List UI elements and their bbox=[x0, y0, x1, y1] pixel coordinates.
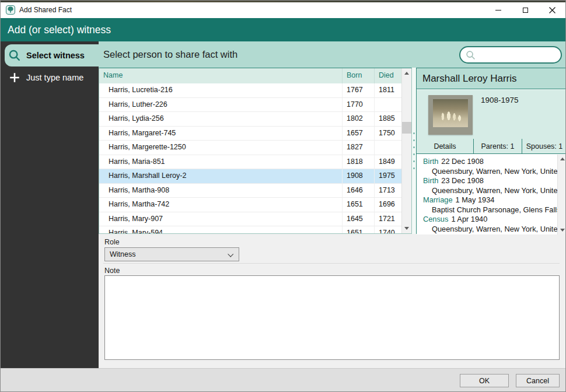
cell-born: 1651 bbox=[343, 198, 375, 212]
cell-born: 1767 bbox=[343, 83, 375, 97]
cell-born: 1908 bbox=[343, 169, 375, 183]
fact-item[interactable]: Birth22 Dec 1908 Queensbury, Warren, New… bbox=[423, 157, 556, 176]
table-row[interactable]: Harris, Luther-226 1770 bbox=[99, 98, 401, 113]
footer-bar: OK Cancel bbox=[1, 368, 565, 392]
table-row[interactable]: Harris, Mary-907 1645 1721 bbox=[99, 212, 401, 227]
table-row[interactable]: Harris, Lucretia-216 1767 1811 bbox=[99, 83, 401, 98]
sidebar-item-select-witness[interactable]: Select witness bbox=[5, 44, 99, 66]
table-row[interactable]: Harris, Margerette-1250 1827 bbox=[99, 141, 401, 155]
close-button[interactable] bbox=[539, 2, 565, 18]
fact-type: Birth bbox=[423, 157, 438, 166]
facts-scrollbar[interactable] bbox=[557, 155, 566, 235]
maximize-button[interactable] bbox=[512, 2, 539, 18]
table-row-selected[interactable]: Harris, Marshall Leroy-2 1908 1975 bbox=[99, 169, 401, 184]
sidebar-item-label: Select witness bbox=[26, 51, 85, 60]
fact-item[interactable]: Marriage1 May 1934 Baptist Church Parson… bbox=[423, 195, 556, 215]
table-row[interactable]: Harris, Martha-908 1646 1713 bbox=[99, 184, 401, 198]
cell-name: Harris, Maria-851 bbox=[99, 155, 343, 169]
table-row[interactable]: Harris, Mary-594 1651 1740 bbox=[99, 226, 401, 233]
sidebar-item-label: Just type name bbox=[26, 73, 83, 82]
cell-died: 1975 bbox=[375, 169, 401, 183]
column-header-died[interactable]: Died bbox=[375, 68, 401, 83]
role-value: Witness bbox=[110, 250, 135, 258]
table-scrollbar[interactable] bbox=[401, 68, 411, 233]
cell-born: 1657 bbox=[343, 127, 375, 141]
column-header-name[interactable]: Name bbox=[99, 68, 343, 83]
chevron-down-icon bbox=[228, 251, 233, 257]
table-row[interactable]: Harris, Martha-742 1651 1696 bbox=[99, 198, 401, 212]
ok-button[interactable]: OK bbox=[460, 374, 509, 387]
tab-parents[interactable]: Parents: 1 bbox=[473, 139, 522, 153]
person-tabs: Details Parents: 1 Spouses: 1 bbox=[417, 139, 566, 153]
table-row[interactable]: Harris, Lydia-256 1802 1885 bbox=[99, 112, 401, 127]
cancel-button[interactable]: Cancel bbox=[516, 374, 560, 387]
cell-born: 1802 bbox=[343, 112, 375, 126]
panel-splitter[interactable] bbox=[412, 68, 416, 234]
cell-name: Harris, Marshall Leroy-2 bbox=[99, 169, 343, 183]
tree-logo-icon bbox=[6, 5, 15, 15]
fact-type: Census bbox=[423, 215, 448, 223]
tab-details[interactable]: Details bbox=[417, 139, 473, 153]
minimize-button[interactable] bbox=[485, 2, 512, 18]
search-icon bbox=[8, 49, 21, 62]
tab-spouses[interactable]: Spouses: 1 bbox=[522, 139, 566, 153]
section-band: Select person to share fact with bbox=[99, 41, 566, 68]
cell-name: Harris, Mary-594 bbox=[99, 226, 343, 233]
column-header-born[interactable]: Born bbox=[343, 68, 375, 83]
note-label: Note bbox=[104, 267, 120, 275]
add-shared-fact-dialog: Add Shared Fact Add (or select) witness … bbox=[0, 0, 566, 392]
cell-name: Harris, Martha-908 bbox=[99, 184, 343, 198]
person-name: Marshall Leroy Harris bbox=[417, 68, 566, 89]
fact-place: Baptist Church Parsonage, Glens Falls,..… bbox=[423, 205, 556, 215]
window-title: Add Shared Fact bbox=[19, 6, 72, 14]
cell-name: Harris, Margerette-1250 bbox=[99, 141, 343, 155]
cell-died: 1713 bbox=[375, 184, 401, 198]
cell-name: Harris, Margaret-745 bbox=[99, 127, 343, 141]
table-header: Name Born Died bbox=[99, 68, 401, 83]
scroll-up-icon[interactable] bbox=[558, 155, 566, 163]
person-detail-panel: Marshall Leroy Harris 1908-1975 Details … bbox=[416, 68, 566, 234]
cell-born: 1770 bbox=[343, 98, 375, 112]
cell-died: 1740 bbox=[375, 226, 401, 233]
cell-born: 1646 bbox=[343, 184, 375, 198]
table-body: Harris, Lucretia-216 1767 1811 Harris, L… bbox=[99, 83, 401, 233]
fact-date: 22 Dec 1908 bbox=[441, 157, 484, 166]
note-textarea[interactable] bbox=[104, 275, 560, 360]
facts-list: Birth22 Dec 1908 Queensbury, Warren, New… bbox=[417, 155, 566, 235]
scroll-down-icon[interactable] bbox=[402, 223, 411, 233]
fact-item[interactable]: Census1 Apr 1940 Queensbury, Warren, New… bbox=[423, 215, 556, 234]
scroll-up-icon[interactable] bbox=[402, 68, 411, 78]
cell-died: 1849 bbox=[375, 155, 401, 169]
search-input[interactable] bbox=[478, 51, 554, 60]
person-table: Name Born Died Harris, Lucretia-216 1767… bbox=[99, 68, 412, 234]
section-heading: Select person to share fact with bbox=[103, 41, 237, 68]
scrollbar-thumb[interactable] bbox=[402, 122, 411, 134]
role-label: Role bbox=[104, 238, 120, 246]
sidebar-item-just-type-name[interactable]: Just type name bbox=[5, 67, 99, 88]
person-photo[interactable] bbox=[428, 95, 473, 135]
cell-died: 1696 bbox=[375, 198, 401, 212]
search-box[interactable] bbox=[459, 46, 562, 64]
role-dropdown[interactable]: Witness bbox=[104, 247, 239, 261]
dialog-heading: Add (or select) witness bbox=[1, 18, 565, 41]
minimize-icon bbox=[495, 10, 501, 10]
titlebar[interactable]: Add Shared Fact bbox=[1, 2, 565, 18]
cell-died bbox=[375, 98, 401, 112]
sidebar: Select witness Just type name bbox=[1, 41, 99, 368]
table-row[interactable]: Harris, Maria-851 1818 1849 bbox=[99, 155, 401, 170]
maximize-icon bbox=[523, 8, 528, 13]
fact-item[interactable]: Birth23 Dec 1908 Queensbury, Warren, New… bbox=[423, 176, 556, 195]
fact-date: 1 Apr 1940 bbox=[451, 215, 487, 223]
person-lifespan: 1908-1975 bbox=[481, 96, 519, 104]
grip-dot bbox=[413, 153, 415, 155]
table-row[interactable]: Harris, Margaret-745 1657 1750 bbox=[99, 127, 401, 141]
fact-date: 23 Dec 1908 bbox=[441, 176, 484, 185]
cell-born: 1818 bbox=[343, 155, 375, 169]
fact-type: Marriage bbox=[423, 195, 453, 204]
cell-name: Harris, Mary-907 bbox=[99, 212, 343, 226]
cell-died: 1811 bbox=[375, 83, 401, 97]
grip-dot bbox=[413, 160, 415, 162]
cell-died: 1721 bbox=[375, 212, 401, 226]
scroll-down-icon[interactable] bbox=[558, 226, 566, 235]
fact-place: Queensbury, Warren, New York, Unite... bbox=[423, 186, 556, 196]
